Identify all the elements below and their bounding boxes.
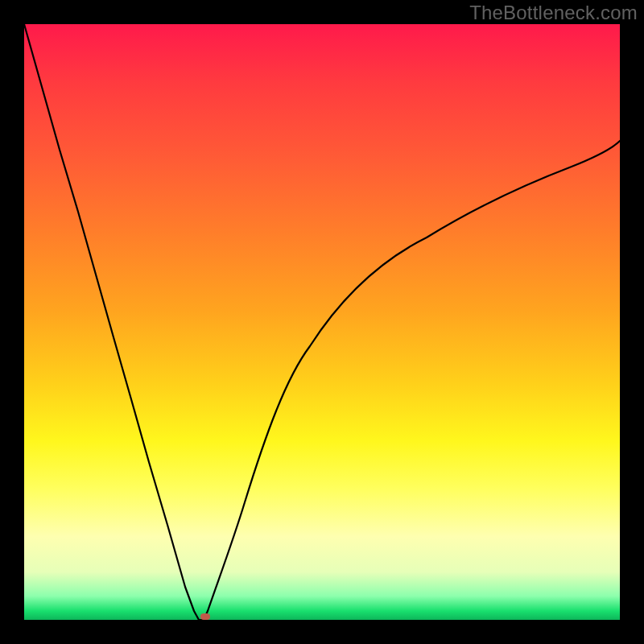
optimum-marker [200, 613, 210, 620]
plot-area [24, 24, 620, 620]
watermark-text: TheBottleneck.com [469, 2, 638, 24]
curve-svg [24, 24, 620, 620]
bottleneck-curve [24, 24, 620, 620]
chart-root: TheBottleneck.com [0, 0, 644, 644]
